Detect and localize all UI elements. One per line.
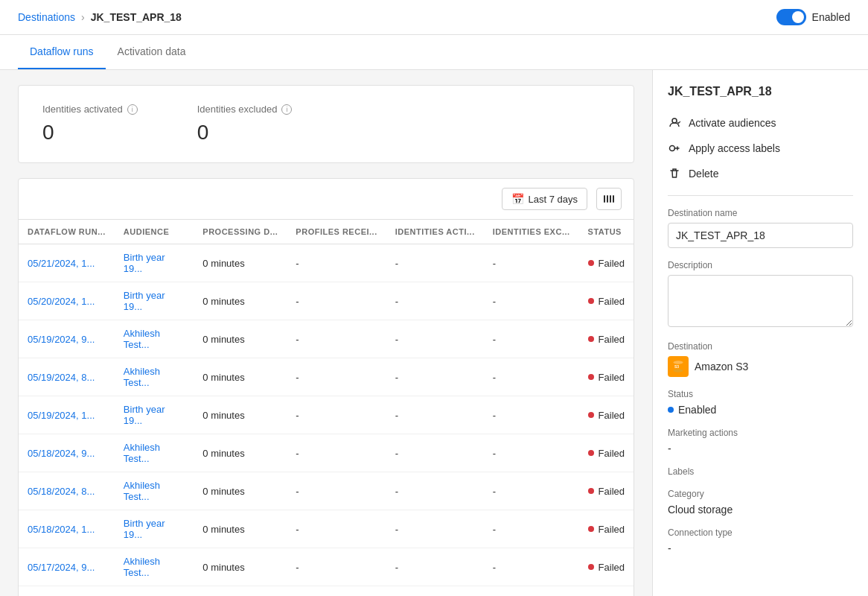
activate-audiences-action[interactable]: Activate audiences: [668, 110, 853, 136]
labels-section: Labels: [668, 466, 853, 477]
calendar-icon: 📅: [511, 193, 524, 205]
table-row: 05/18/2024, 9... Akhilesh Test... 0 minu…: [19, 434, 634, 472]
identities-exc-cell: -: [484, 282, 579, 320]
marketing-actions-label: Marketing actions: [668, 428, 853, 438]
destination-section: Destination S3 Amazon S3: [668, 341, 853, 377]
table-row: 05/18/2024, 8... Akhilesh Test... 0 minu…: [19, 472, 634, 510]
audience-cell[interactable]: Akhilesh Test...: [115, 472, 194, 510]
run-cell[interactable]: 05/18/2024, 9...: [19, 434, 115, 472]
delete-action[interactable]: Delete: [668, 161, 853, 186]
table-row: 05/17/2024, 9... Akhilesh Test... 0 minu…: [19, 548, 634, 586]
processing-cell: 0 minutes: [194, 434, 287, 472]
date-filter-button[interactable]: 📅 Last 7 days: [502, 188, 588, 210]
audience-cell[interactable]: Akhilesh Test...: [115, 548, 194, 586]
destination-label: Destination: [668, 341, 853, 352]
description-label: Description: [668, 260, 853, 270]
identities-activated-label: Identities activated: [42, 104, 123, 115]
table-row: 05/18/2024, 1... Birth year 19... 0 minu…: [19, 510, 634, 548]
status-label: Status: [668, 389, 853, 399]
processing-cell: 0 minutes: [194, 282, 287, 320]
identities-exc-cell: -: [484, 320, 579, 358]
run-cell[interactable]: 05/18/2024, 1...: [19, 510, 115, 548]
status-cell: Failed: [579, 510, 634, 548]
profiles-cell: -: [287, 434, 386, 472]
delete-label: Delete: [689, 168, 718, 180]
run-cell[interactable]: 05/21/2024, 1...: [19, 244, 115, 282]
connection-type-label: Connection type: [668, 527, 853, 538]
column-settings-button[interactable]: [596, 188, 622, 210]
status-text: Failed: [599, 410, 625, 421]
identities-exc-cell: -: [484, 434, 579, 472]
profiles-cell: -: [287, 472, 386, 510]
identities-act-cell: -: [386, 244, 484, 282]
identities-activated-info-icon[interactable]: i: [127, 104, 138, 115]
identities-exc-cell: -: [484, 396, 579, 434]
status-text: Failed: [599, 486, 625, 497]
apply-access-labels-action[interactable]: Apply access labels: [668, 136, 853, 161]
table-toolbar: 📅 Last 7 days: [19, 179, 634, 220]
identities-activated-stat: Identities activated i 0: [42, 104, 138, 145]
profiles-cell: -: [287, 320, 386, 358]
run-cell[interactable]: 05/18/2024, 8...: [19, 472, 115, 510]
destination-name-input[interactable]: [668, 223, 853, 248]
description-section: Description: [668, 260, 853, 329]
audience-cell[interactable]: Akhilesh Test...: [115, 358, 194, 396]
audience-cell[interactable]: Akhilesh Test...: [115, 320, 194, 358]
identities-act-cell: -: [386, 434, 484, 472]
tab-activation-data[interactable]: Activation data: [106, 35, 198, 69]
col-header-profiles: PROFILES RECEI...: [287, 220, 386, 244]
profiles-cell: -: [287, 282, 386, 320]
audience-icon: [668, 116, 681, 130]
right-panel-title: JK_TEST_APR_18: [668, 85, 853, 98]
identities-exc-cell: -: [484, 472, 579, 510]
status-dot-failed: [588, 374, 594, 380]
description-textarea[interactable]: [668, 275, 853, 327]
destination-value: Amazon S3: [695, 361, 748, 372]
dataflow-table: DATAFLOW RUN... AUDIENCE PROCESSING D...…: [19, 220, 634, 596]
identities-exc-cell: -: [484, 244, 579, 282]
run-cell[interactable]: 05/19/2024, 1...: [19, 396, 115, 434]
status-text: Failed: [599, 524, 625, 535]
breadcrumb-separator: ›: [81, 11, 85, 23]
status-cell: Failed: [579, 282, 634, 320]
audience-cell[interactable]: Akhilesh Test...: [115, 434, 194, 472]
audience-cell[interactable]: Akhilesh Test...: [115, 586, 194, 597]
table-row: 05/19/2024, 8... Akhilesh Test... 0 minu…: [19, 358, 634, 396]
status-cell: Failed: [579, 586, 634, 597]
run-cell[interactable]: 05/20/2024, 1...: [19, 282, 115, 320]
run-cell[interactable]: 05/17/2024, 9...: [19, 548, 115, 586]
run-cell[interactable]: 05/17/2024, 8...: [19, 586, 115, 597]
col-header-processing: PROCESSING D...: [194, 220, 287, 244]
connection-type-value: -: [668, 542, 853, 554]
tab-dataflow-runs[interactable]: Dataflow runs: [18, 35, 106, 69]
table-section: 📅 Last 7 days: [18, 178, 634, 596]
status-text: Failed: [599, 448, 625, 459]
processing-cell: 0 minutes: [194, 548, 287, 586]
status-dot: [668, 407, 674, 413]
status-dot-failed: [588, 298, 594, 304]
breadcrumb-parent[interactable]: Destinations: [18, 11, 75, 23]
audience-cell[interactable]: Birth year 19...: [115, 244, 194, 282]
identities-act-cell: -: [386, 396, 484, 434]
trash-icon: [668, 167, 681, 180]
enabled-toggle[interactable]: [776, 9, 806, 25]
divider-1: [668, 195, 853, 196]
identities-excluded-info-icon[interactable]: i: [281, 104, 292, 115]
audience-cell[interactable]: Birth year 19...: [115, 396, 194, 434]
processing-cell: 0 minutes: [194, 472, 287, 510]
status-cell: Failed: [579, 396, 634, 434]
status-dot-failed: [588, 336, 594, 342]
connection-type-section: Connection type -: [668, 527, 853, 554]
run-cell[interactable]: 05/19/2024, 8...: [19, 358, 115, 396]
left-panel: Identities activated i 0 Identities excl…: [0, 70, 652, 596]
svg-text:S3: S3: [674, 365, 679, 369]
status-cell: Failed: [579, 358, 634, 396]
audience-cell[interactable]: Birth year 19...: [115, 282, 194, 320]
audience-cell[interactable]: Birth year 19...: [115, 510, 194, 548]
status-dot-failed: [588, 526, 594, 532]
right-panel: JK_TEST_APR_18 Activate audiences: [652, 70, 868, 596]
identities-exc-cell: -: [484, 510, 579, 548]
run-cell[interactable]: 05/19/2024, 9...: [19, 320, 115, 358]
profiles-cell: -: [287, 396, 386, 434]
status-dot-failed: [588, 260, 594, 266]
